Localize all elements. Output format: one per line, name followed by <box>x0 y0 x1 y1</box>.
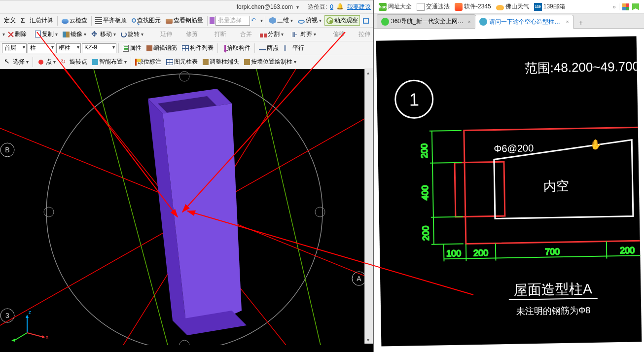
define-button[interactable]: 定义 <box>2 15 18 26</box>
undo-icon[interactable]: ↶ <box>251 17 259 25</box>
cloud-check-button[interactable]: 云检查 <box>60 15 89 26</box>
rotate-icon <box>121 32 127 37</box>
dynamic-view-button[interactable]: 动态观察 <box>324 15 360 26</box>
svg-line-32 <box>429 131 462 131</box>
svg-point-2 <box>179 340 189 345</box>
browser-pane: hao网址大全 交通违法 软件-2345 佛山天气 139139邮箱 » 360… <box>374 0 644 352</box>
drawing-photo: 范围:48.200~49.700 1 内空 ✋ <box>376 36 642 346</box>
top-info-bar: forpk.chen@163.com ▾ 造价豆: 0 🔔 我要建议 <box>0 0 373 14</box>
bean-value[interactable]: 0 <box>330 3 333 10</box>
weather-icon <box>496 5 504 10</box>
move-button[interactable]: 移动▾ <box>89 29 118 39</box>
user-email[interactable]: forpk.chen@163.com <box>237 3 293 10</box>
edit-rebar-icon <box>146 45 152 51</box>
split-button[interactable]: 分割▾ <box>258 29 286 39</box>
rebar-icon <box>166 19 173 24</box>
tab-close-2[interactable]: × <box>566 19 569 25</box>
bookmark-traffic[interactable]: 交通违法 <box>417 2 450 11</box>
cloud-icon <box>62 19 69 24</box>
align-icon <box>291 31 299 38</box>
adjust-icon <box>203 59 209 65</box>
svg-line-34 <box>431 217 463 217</box>
parallel-button[interactable]: ∥平行 <box>282 43 306 53</box>
elem-col-table-button[interactable]: 图元柱表 <box>164 57 200 67</box>
drawing-title: 屋面造型柱A <box>514 281 593 298</box>
3d-view-button[interactable]: 三维▾ <box>267 15 295 26</box>
pick-component-button[interactable]: 拾取构件 <box>220 43 252 53</box>
tab-label-1: 360导航_新一代安全上网导航 <box>391 17 465 26</box>
rotate-button[interactable]: 旋转▾ <box>119 29 145 39</box>
bookmark-weather[interactable]: 佛山天气 <box>496 2 529 11</box>
sum-calc-button[interactable]: 汇总计算 <box>19 15 55 26</box>
bookmark-expand-icon[interactable]: » <box>612 3 616 10</box>
zoom-fit-button[interactable] <box>361 17 371 25</box>
apps-grid-icon[interactable] <box>622 3 629 10</box>
toolbar-row-3: 首层 柱 框柱 KZ-9 属性 编辑钢筋 构件列表 拾取构件 两点 ∥平行 <box>0 41 373 55</box>
bookmark-soft[interactable]: 软件-2345 <box>455 2 491 11</box>
component-list-button[interactable]: 构件列表 <box>180 43 215 53</box>
split-icon <box>260 34 267 37</box>
extend-icon <box>151 31 159 38</box>
type-combo[interactable]: 框柱 <box>56 43 81 53</box>
svg-line-10 <box>256 69 321 345</box>
grid-icon <box>95 17 102 24</box>
break-button: 打断 <box>204 29 228 39</box>
draw-by-wall-button[interactable]: 按墙位置绘制柱▾ <box>242 57 298 67</box>
level-top-button[interactable]: 平齐板顶 <box>93 15 129 26</box>
rebar-spec: Φ6@200 <box>494 142 534 154</box>
tab-bar: 360导航_新一代安全上网导航 × 请问一下这个空心造型柱怎么布 × + <box>374 14 644 29</box>
batch-select-input[interactable]: 批量选择 <box>215 16 250 26</box>
edit-rebar-button[interactable]: 编辑钢筋 <box>144 43 179 53</box>
adjust-end-button[interactable]: 调整柱端头 <box>201 57 241 67</box>
tab-question[interactable]: 请问一下这个空心造型柱怎么布 × <box>475 15 573 29</box>
svg-marker-20 <box>26 315 29 318</box>
offset-icon <box>324 31 332 38</box>
two-point-button[interactable]: 两点 <box>257 43 281 53</box>
svg-line-49 <box>509 298 598 300</box>
bookmarks-menu-icon[interactable] <box>632 3 639 10</box>
top-view-button[interactable]: 俯视▾ <box>296 15 323 26</box>
index-number: 1 <box>409 89 419 109</box>
align-button[interactable]: 对齐▾ <box>289 29 318 39</box>
bookmark-mail[interactable]: 139139邮箱 <box>534 2 565 11</box>
bell-icon[interactable]: 🔔 <box>336 3 344 11</box>
origin-label-button[interactable]: 原位标注 <box>133 57 163 67</box>
select-button[interactable]: 选择▾ <box>2 57 31 67</box>
stretch-button: 拉伸 <box>348 29 372 39</box>
bookmark-wangzhi[interactable]: hao网址大全 <box>379 2 412 11</box>
svg-line-43 <box>607 242 607 259</box>
name-combo[interactable]: KZ-9 <box>82 43 116 53</box>
copy-button[interactable]: 复制▾ <box>33 29 60 39</box>
3d-viewport[interactable]: B A 3 z x <box>0 69 373 352</box>
category-combo[interactable]: 柱 <box>28 43 55 53</box>
cursor-icon <box>4 58 12 66</box>
hollow-label: 内空 <box>543 178 570 194</box>
delete-button[interactable]: 删除 <box>6 29 29 39</box>
mirror-icon <box>63 32 70 37</box>
floor-combo[interactable]: 首层 <box>2 43 27 53</box>
properties-icon <box>123 45 129 52</box>
point-button[interactable]: 点▾ <box>35 57 58 67</box>
properties-button[interactable]: 属性 <box>121 43 143 53</box>
mirror-button[interactable]: 镜像▾ <box>61 29 88 39</box>
point-icon <box>38 60 43 65</box>
smart-layout-button[interactable]: 智能布置▾ <box>90 57 129 67</box>
bean-label: 造价豆: <box>308 3 327 11</box>
new-tab-button[interactable]: + <box>575 17 587 28</box>
view-rebar-button[interactable]: 查看钢筋量 <box>164 15 205 26</box>
eye-icon <box>298 20 305 24</box>
svg-line-35 <box>431 244 464 245</box>
svg-point-4 <box>315 207 325 217</box>
suggest-link[interactable]: 我要建议 <box>347 3 371 11</box>
tab-close-1[interactable]: × <box>468 19 471 25</box>
doc-icon <box>417 3 425 11</box>
axis-b-label: B <box>5 146 9 154</box>
rotate-point-button[interactable]: ↻旋转点 <box>59 57 89 67</box>
list-icon <box>182 45 189 51</box>
vertical-scrollbar[interactable] <box>364 69 373 344</box>
tab-360[interactable]: 360导航_新一代安全上网导航 × <box>377 14 475 28</box>
photo-area: 范围:48.200~49.700 1 内空 ✋ <box>374 29 644 352</box>
tab-label-2: 请问一下这个空心造型柱怎么布 <box>489 18 563 26</box>
merge-icon <box>231 31 239 38</box>
find-element-button[interactable]: 查找图元 <box>130 15 163 26</box>
